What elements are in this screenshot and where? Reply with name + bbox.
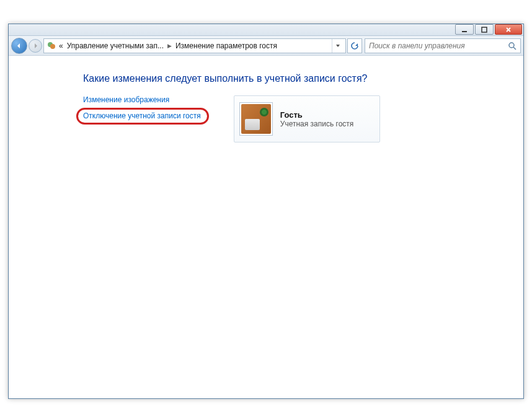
turn-off-guest-link[interactable]: Отключение учетной записи гостя [83,112,201,120]
svg-line-5 [513,47,516,50]
control-panel-window: « Управление учетными зап... ▶ Изменение… [8,24,524,399]
account-picture [239,102,273,136]
search-input[interactable] [369,42,508,50]
search-box[interactable] [365,38,521,53]
nav-forward-button[interactable] [29,39,42,53]
account-type: Учетная запись гостя [280,120,354,128]
window-controls [455,24,522,35]
change-picture-link[interactable]: Изменение изображения [83,95,209,104]
svg-point-3 [50,44,55,49]
svg-point-4 [509,43,514,48]
breadcrumb[interactable]: « Управление учетными зап... ▶ Изменение… [43,38,346,53]
search-icon [508,42,516,50]
maximize-button[interactable] [475,24,494,35]
content-area: Какие изменения следует выполнить в учет… [9,56,523,398]
refresh-icon [350,42,359,50]
refresh-button[interactable] [347,38,362,53]
arrow-left-icon [16,42,23,50]
svg-rect-1 [482,27,487,32]
breadcrumb-dropdown[interactable] [332,39,343,53]
chevron-down-icon [335,43,340,48]
nav-back-button[interactable] [11,38,27,54]
svg-rect-0 [462,31,467,32]
user-accounts-icon [47,41,56,51]
action-links: Изменение изображения Отключение учетной… [83,95,209,125]
account-name: Гость [280,110,303,120]
close-button[interactable] [495,24,522,35]
breadcrumb-part-1[interactable]: Управление учетными зап... [66,39,165,53]
account-text: Гость Учетная запись гостя [280,110,354,128]
page-title: Какие изменения следует выполнить в учет… [83,73,523,84]
minimize-button[interactable] [455,24,474,35]
breadcrumb-prefix[interactable]: « [58,39,64,53]
breadcrumb-part-2[interactable]: Изменение параметров гостя [174,39,278,53]
chevron-right-icon: ▶ [166,43,173,49]
address-bar: « Управление учетными зап... ▶ Изменение… [9,36,523,56]
highlight-annotation: Отключение учетной записи гостя [76,108,209,125]
arrow-right-icon [32,42,39,50]
titlebar [9,24,523,36]
suitcase-icon [241,104,271,134]
account-card[interactable]: Гость Учетная запись гостя [234,95,380,142]
